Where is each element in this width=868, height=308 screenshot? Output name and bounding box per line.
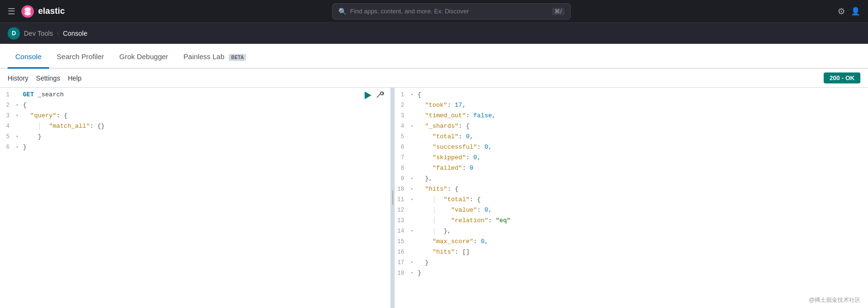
wrench-button[interactable] [375,91,385,103]
tab-search-profiler[interactable]: Search Profiler [49,47,112,69]
breadcrumb-current: Console [63,30,87,37]
settings-button[interactable]: Settings [36,72,61,84]
output-line-14: 14 ▾ │ }, [395,226,868,236]
svg-point-1 [24,7,31,10]
code-text-3: "query": { [21,111,390,121]
output-line-4: 4 ▾ "_shards": { [395,121,868,132]
fold-gutter-6: ▾ [13,142,21,153]
tab-console[interactable]: Console [8,47,49,69]
out-code-4: "_shards": { [416,121,868,132]
top-nav-left: ☰ elastic [8,5,65,18]
out-line-num-2: 2 [395,100,408,111]
out-fold-18: ▾ [408,268,416,278]
out-code-17: } [416,257,868,268]
run-button[interactable] [363,91,372,103]
global-search-bar[interactable]: 🔍 Find apps, content, and more. Ex: Disc… [332,3,571,20]
pane-divider-handle [392,191,393,205]
output-line-9: 9 ▾ }, [395,174,868,184]
editor-line-4: 4 │ "match_all": {} [0,121,390,132]
output-line-8: 8 "failed": 0 [395,163,868,174]
line-num-4: 4 [0,121,13,132]
help-button[interactable]: Help [68,72,82,84]
out-line-num-3: 3 [395,111,408,121]
output-line-5: 5 "total": 0, [395,132,868,142]
footer-watermark: @稀土掘金技术社区 [809,296,860,304]
breadcrumb-dev-tools[interactable]: Dev Tools [24,30,53,37]
line-num-1: 1 [0,90,13,100]
pane-divider[interactable] [391,88,395,308]
out-line-num-1: 1 [395,90,408,100]
svg-marker-4 [365,92,371,99]
out-code-11: │ "total": { [416,195,868,205]
elastic-logo-text: elastic [38,6,65,16]
editor-line-6: 6 ▾ } [0,142,390,153]
status-badge: 200 - OK [824,72,860,83]
out-line-num-14: 14 [395,226,408,236]
out-line-num-8: 8 [395,163,408,174]
out-line-num-15: 15 [395,236,408,247]
out-code-14: │ }, [416,226,868,236]
output-line-6: 6 "successful": 0, [395,142,868,153]
output-line-2: 2 "took": 17, [395,100,868,111]
tab-grok-debugger[interactable]: Grok Debugger [112,47,176,69]
output-line-15: 15 "max_score": 0, [395,236,868,247]
code-text-1: GET _search [21,90,390,100]
code-text-5: } [21,132,390,142]
out-line-num-16: 16 [395,247,408,257]
search-icon: 🔍 [338,8,347,15]
top-nav-right: ⚙ 👤 [837,6,860,17]
fold-gutter-2: ▾ [13,100,21,111]
search-bar-center: 🔍 Find apps, content, and more. Ex: Disc… [65,3,837,20]
output-line-10: 10 ▾ "hits": { [395,184,868,195]
out-line-num-18: 18 [395,268,408,278]
hamburger-icon[interactable]: ☰ [8,6,15,17]
search-placeholder: Find apps, content, and more. Ex: Discov… [350,8,469,15]
top-nav: ☰ elastic 🔍 Find apps, content, and more… [0,0,868,23]
out-code-8: "failed": 0 [416,163,868,174]
out-fold-9: ▾ [408,174,416,184]
out-code-2: "took": 17, [416,100,868,111]
out-code-16: "hits": [] [416,247,868,257]
svg-rect-3 [24,10,31,12]
out-line-num-4: 4 [395,121,408,132]
editor-line-1: 1 GET _search [0,90,390,100]
breadcrumb-avatar[interactable]: D [8,27,20,40]
out-code-7: "skipped": 0, [416,153,868,163]
editor-line-3: 3 ▾ "query": { [0,111,390,121]
out-code-5: "total": 0, [416,132,868,142]
out-fold-17: ▾ [408,257,416,268]
settings-icon[interactable]: ⚙ [837,6,845,17]
output-line-17: 17 ▾ } [395,257,868,268]
output-line-18: 18 ▾ } [395,268,868,278]
output-line-12: 12 │ "value": 0, [395,205,868,216]
editor-line-2: 2 ▾ { [0,100,390,111]
history-button[interactable]: History [8,72,29,84]
out-fold-11: ▾ [408,195,416,205]
editor-content: 1 GET _search 2 ▾ { 3 ▾ "query": { 4 │ " [0,88,390,154]
out-fold-14: ▾ [408,226,416,236]
fold-gutter-5: ▾ [13,132,21,142]
output-line-13: 13 │ "relation": "eq" [395,216,868,226]
fold-gutter-3: ▾ [13,111,21,121]
out-code-3: "timed_out": false, [416,111,868,121]
out-code-18: } [416,268,868,278]
line-num-6: 6 [0,142,13,153]
out-fold-4: ▾ [408,121,416,132]
out-fold-10: ▾ [408,184,416,195]
toolbar-left: History Settings Help [8,72,82,84]
out-line-num-5: 5 [395,132,408,142]
tab-painless-lab[interactable]: Painless Lab BETA [176,47,254,69]
out-code-1: { [416,90,868,100]
output-line-7: 7 "skipped": 0, [395,153,868,163]
line-num-5: 5 [0,132,13,142]
code-text-6: } [21,142,390,153]
output-line-1: 1 ▾ { [395,90,868,100]
svg-point-2 [24,11,31,15]
out-code-6: "successful": 0, [416,142,868,153]
user-icon[interactable]: 👤 [851,7,860,16]
editor-pane[interactable]: 1 GET _search 2 ▾ { 3 ▾ "query": { 4 │ " [0,88,391,308]
out-line-num-17: 17 [395,257,408,268]
toolbar: History Settings Help 200 - OK [0,69,868,88]
editor-actions [363,91,385,103]
out-code-12: │ "value": 0, [416,205,868,216]
